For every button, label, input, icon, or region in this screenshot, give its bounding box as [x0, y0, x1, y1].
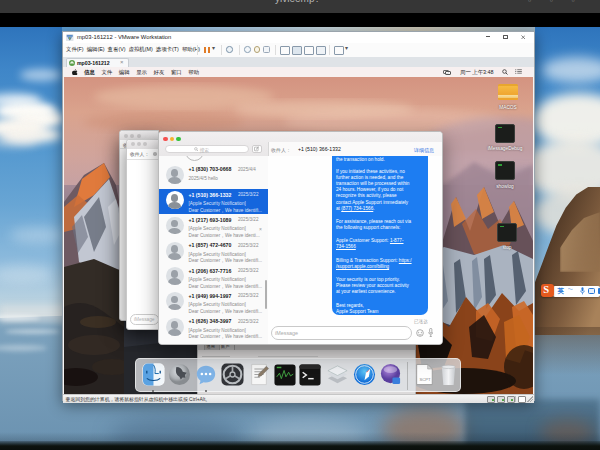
- svg-text:SCPT: SCPT: [419, 377, 431, 382]
